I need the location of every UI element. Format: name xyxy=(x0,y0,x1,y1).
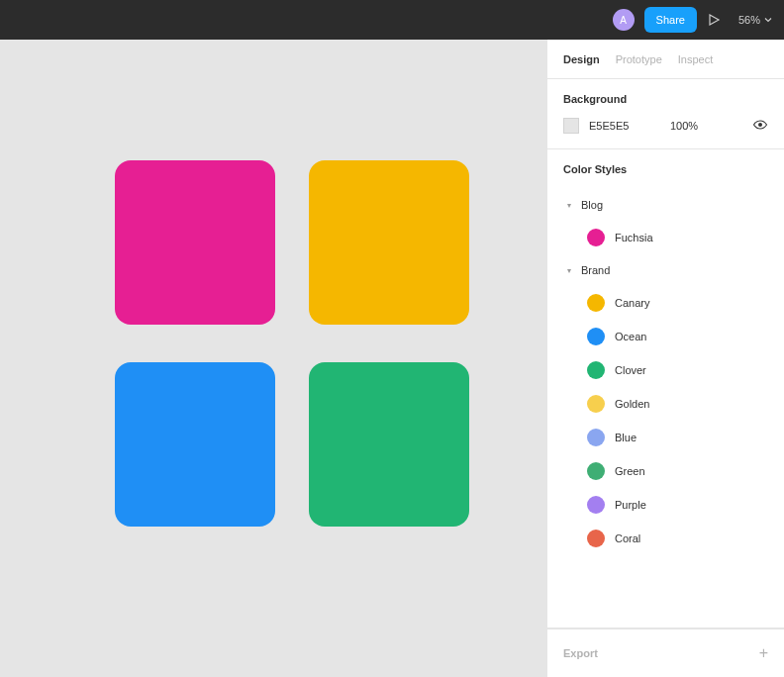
caret-down-icon: ▾ xyxy=(565,201,573,210)
style-group-label: Blog xyxy=(581,199,603,211)
color-swatch xyxy=(587,361,605,379)
right-panel: Design Prototype Inspect Background E5E5… xyxy=(546,40,784,677)
color-styles-section: Color Styles ▾BlogFuchsia▾BrandCanaryOce… xyxy=(547,149,784,629)
background-opacity[interactable]: 100% xyxy=(670,120,742,132)
color-style-name: Clover xyxy=(615,364,646,376)
style-group-label: Brand xyxy=(581,264,610,276)
caret-down-icon: ▾ xyxy=(565,266,573,275)
color-style-row[interactable]: Fuchsia xyxy=(563,223,768,252)
color-style-row[interactable]: Green xyxy=(563,456,768,486)
add-export-icon[interactable]: + xyxy=(759,645,768,661)
present-icon[interactable] xyxy=(707,13,721,27)
tab-prototype[interactable]: Prototype xyxy=(616,53,662,65)
color-style-row[interactable]: Purple xyxy=(563,490,768,520)
avatar[interactable]: A xyxy=(613,9,635,31)
color-style-name: Golden xyxy=(615,398,649,410)
canvas-shape[interactable] xyxy=(309,362,469,527)
color-swatch xyxy=(587,429,605,446)
tab-inspect[interactable]: Inspect xyxy=(678,53,713,65)
color-style-row[interactable]: Clover xyxy=(563,355,768,385)
export-title: Export xyxy=(563,647,598,659)
color-swatch xyxy=(587,294,605,312)
color-style-name: Green xyxy=(615,465,645,477)
visibility-icon[interactable] xyxy=(752,117,768,135)
zoom-control[interactable]: 56% xyxy=(738,14,772,26)
color-swatch xyxy=(587,395,605,413)
color-styles-title: Color Styles xyxy=(563,163,768,175)
color-style-name: Blue xyxy=(615,432,637,443)
background-hex[interactable]: E5E5E5 xyxy=(589,120,646,132)
color-style-row[interactable]: Canary xyxy=(563,288,768,318)
style-group-header[interactable]: ▾Brand xyxy=(563,256,768,284)
canvas-shape[interactable] xyxy=(115,160,275,325)
share-button[interactable]: Share xyxy=(644,7,697,33)
color-swatch xyxy=(587,496,605,514)
style-group-header[interactable]: ▾Blog xyxy=(563,191,768,219)
color-swatch xyxy=(587,530,605,547)
color-swatch xyxy=(587,462,605,480)
tab-design[interactable]: Design xyxy=(563,53,600,65)
zoom-label: 56% xyxy=(738,14,760,26)
background-title: Background xyxy=(563,93,768,105)
background-section: Background E5E5E5 100% xyxy=(547,79,784,149)
color-style-row[interactable]: Blue xyxy=(563,423,768,452)
color-style-name: Coral xyxy=(615,532,640,544)
color-swatch xyxy=(587,328,605,345)
panel-tabs: Design Prototype Inspect xyxy=(547,40,784,79)
chevron-down-icon xyxy=(764,14,772,26)
background-swatch[interactable] xyxy=(563,118,579,134)
export-section: Export + xyxy=(547,629,784,677)
color-style-row[interactable]: Golden xyxy=(563,389,768,419)
svg-point-0 xyxy=(758,123,762,127)
color-style-row[interactable]: Coral xyxy=(563,524,768,553)
canvas-area[interactable] xyxy=(0,40,546,677)
color-swatch xyxy=(587,229,605,246)
color-style-row[interactable]: Ocean xyxy=(563,322,768,351)
header-bar: A Share 56% xyxy=(0,0,784,40)
color-style-name: Canary xyxy=(615,297,649,309)
color-style-name: Fuchsia xyxy=(615,232,653,243)
canvas-shape[interactable] xyxy=(115,362,275,527)
color-style-name: Ocean xyxy=(615,331,646,342)
canvas-shape[interactable] xyxy=(309,160,469,325)
color-style-name: Purple xyxy=(615,499,646,511)
